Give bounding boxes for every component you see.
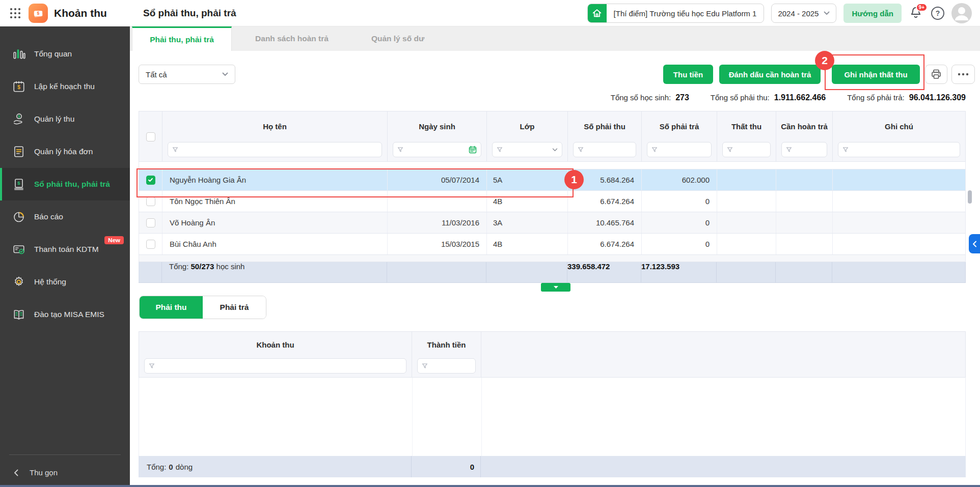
tab-label: Phải thu, phải trả	[150, 35, 214, 44]
tab-quan-ly-so-du[interactable]: Quản lý số dư	[359, 26, 437, 51]
sidebar-item-label: Sổ phải thu, phải trả	[34, 180, 110, 189]
column-header: Cần hoàn trả	[776, 111, 832, 142]
summary-value: 273	[675, 93, 689, 102]
status-filter-select[interactable]: Tất cả	[139, 65, 235, 84]
filter-dob-input[interactable]	[393, 142, 481, 157]
sidebar-item-bao-cao[interactable]: Báo cáo	[0, 200, 130, 233]
notifications-button[interactable]: 9+	[909, 5, 924, 21]
help-button[interactable]: ?	[931, 7, 944, 20]
table-scrollbar-thumb[interactable]	[968, 190, 972, 204]
table-row[interactable]: Nguyễn Hoàng Gia Ân 05/07/2014 5A 5.684.…	[139, 169, 966, 191]
chevron-down-icon	[222, 72, 228, 76]
sidebar-item-dao-tao-misa-emis[interactable]: Đào tạo MISA EMIS	[0, 298, 130, 331]
cell-refund	[776, 212, 833, 233]
mark-refund-button[interactable]: Đánh dấu cần hoàn trả	[719, 65, 821, 84]
filter-payable-input[interactable]	[647, 142, 712, 157]
sidebar-item-label: Lập kế hoạch thu	[34, 82, 95, 91]
total-label-cell: Tổng: 50/273 học sinh	[162, 262, 387, 282]
app-launcher-icon[interactable]	[9, 7, 21, 19]
filter-class-select[interactable]	[492, 142, 562, 157]
school-year-value: 2024 - 2025	[778, 9, 819, 18]
row-checkbox[interactable]	[146, 218, 155, 227]
row-checkbox[interactable]	[146, 197, 155, 206]
funnel-icon	[497, 147, 503, 153]
funnel-icon	[397, 147, 403, 153]
detail-total-suffix: dòng	[176, 463, 193, 471]
top-bar: $ Khoản thu Sổ phải thu, phải trả [Thí đ…	[0, 0, 980, 26]
sidebar-item-lap-ke-hoach-thu[interactable]: $ Lập kế hoạch thu	[0, 70, 130, 103]
filter-receivable-input[interactable]	[573, 142, 636, 157]
summary-value: 1.911.662.466	[774, 93, 826, 102]
cell-dob: 11/03/2016	[388, 212, 487, 233]
school-selector[interactable]: [Thí điểm] Trường tiểu học Edu Platform …	[587, 4, 765, 23]
summary-bar: Tổng số học sinh: 273 Tổng số phải thu: …	[611, 93, 966, 102]
house-icon	[588, 4, 607, 22]
filter-loss-input[interactable]	[722, 142, 771, 157]
sidebar-collapse-button[interactable]: Thu gọn	[0, 460, 130, 485]
cell-dob: 05/07/2014	[388, 169, 487, 190]
total-suffix: học sinh	[216, 262, 245, 271]
filter-amount-input[interactable]	[417, 358, 476, 374]
sidebar-item-label: Quản lý thu	[34, 114, 74, 124]
summary-payable: Tổng số phải trả: 96.041.126.309	[847, 93, 966, 102]
page-title: Sổ phải thu, phải trả	[143, 0, 236, 26]
sidebar-item-thanh-toan-kdtm[interactable]: Thanh toán KDTM New	[0, 233, 130, 266]
record-loss-button[interactable]: Ghi nhận thất thu	[832, 65, 920, 84]
app-window: $ Khoản thu Sổ phải thu, phải trả [Thí đ…	[0, 0, 980, 487]
total-prefix: Tổng:	[169, 262, 188, 271]
collapse-label: Thu gọn	[30, 468, 58, 477]
hand-coin-icon: $	[12, 112, 25, 126]
cell-loss	[717, 212, 776, 233]
collapse-panel-tab[interactable]	[969, 234, 980, 253]
cell-receivable: 5.684.264	[568, 169, 642, 190]
select-all-checkbox[interactable]	[146, 132, 155, 141]
cell-note	[833, 212, 965, 233]
detail-tab-phai-thu[interactable]: Phải thu	[140, 296, 203, 319]
detail-tab-phai-tra[interactable]: Phải trả	[203, 296, 266, 319]
guide-button[interactable]: Hướng dẫn	[843, 4, 902, 23]
tab-phai-thu-phai-tra[interactable]: Phải thu, phải trả	[132, 26, 232, 51]
sidebar-item-so-phai-thu-phai-tra[interactable]: $ Sổ phải thu, phải trả	[0, 168, 130, 200]
printer-icon	[930, 68, 942, 80]
tab-danh-sach-hoan-tra[interactable]: Danh sách hoàn trả	[241, 26, 343, 51]
table-row[interactable]: Võ Hoàng Ân 11/03/2016 3A 10.465.764 0	[139, 212, 966, 234]
sidebar-item-label: Báo cáo	[34, 212, 63, 221]
table-row[interactable]: Bùi Châu Anh 15/03/2015 4B 6.674.264 0	[139, 234, 966, 255]
detail-tab-switch: Phải thu Phải trả	[139, 296, 266, 319]
filter-refund-input[interactable]	[781, 142, 827, 157]
filter-fee-input[interactable]	[144, 358, 406, 374]
cell-class: 4B	[487, 191, 568, 212]
avatar[interactable]	[951, 3, 972, 23]
calendar-icon[interactable]	[469, 146, 477, 154]
detail-total-row: Tổng: 0 dòng 0	[139, 456, 966, 477]
row-checkbox-checked[interactable]	[146, 176, 155, 185]
cell-name: Tôn Ngọc Thiên Ân	[162, 191, 388, 212]
cell-dob: 15/03/2015	[388, 234, 487, 254]
invoice-icon	[12, 145, 25, 158]
collect-money-button[interactable]: Thu tiền	[663, 65, 713, 84]
cell-name: Võ Hoàng Ân	[162, 212, 388, 233]
more-actions-button[interactable]	[951, 65, 975, 84]
filter-name-input[interactable]	[168, 142, 382, 157]
sidebar-item-quan-ly-thu[interactable]: $ Quản lý thu	[0, 103, 130, 135]
row-checkbox[interactable]	[146, 240, 155, 249]
status-filter-value: Tất cả	[146, 70, 167, 79]
funnel-icon	[149, 363, 155, 369]
summary-label: Tổng số phải thu:	[711, 93, 770, 102]
filter-note-input[interactable]	[838, 142, 960, 157]
chevron-left-icon	[13, 469, 19, 477]
sidebar-item-tong-quan[interactable]: Tổng quan	[0, 38, 130, 70]
school-year-select[interactable]: 2024 - 2025	[771, 4, 836, 23]
cell-name: Bùi Châu Anh	[162, 234, 388, 254]
scroll-down-button[interactable]	[541, 283, 570, 292]
table-row[interactable]: Tôn Ngọc Thiên Ân 4B 6.674.264 0	[139, 191, 966, 212]
sidebar-item-label: Quản lý hóa đơn	[34, 147, 93, 156]
sidebar-item-quan-ly-hoa-don[interactable]: Quản lý hóa đơn	[0, 135, 130, 168]
sidebar-item-he-thong[interactable]: Hệ thống	[0, 266, 130, 298]
sidebar: Tổng quan $ Lập kế hoạch thu $	[0, 26, 130, 485]
cell-payable: 0	[642, 212, 717, 233]
table-row-clipped	[139, 162, 966, 169]
khoan-thu-app-icon[interactable]: $	[29, 4, 48, 23]
print-button[interactable]	[925, 65, 947, 84]
cell-refund	[776, 191, 833, 212]
